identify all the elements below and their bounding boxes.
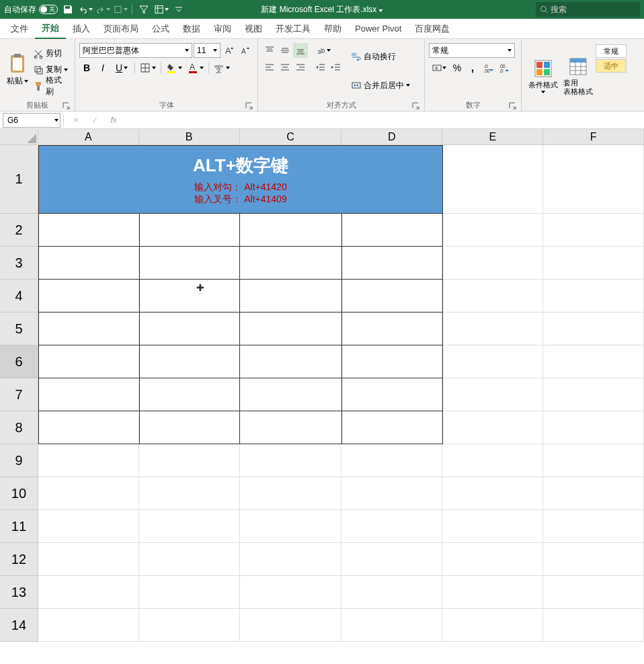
decrease-decimal-icon[interactable]: .00.0 [496,60,511,75]
decrease-font-icon[interactable]: A [238,43,253,58]
table-cell[interactable] [240,280,342,313]
wrap-text-button[interactable]: ab自动换行 [349,49,412,64]
cell[interactable] [139,477,240,510]
align-middle-icon[interactable] [278,43,292,58]
paste-button[interactable]: 粘贴 [4,40,31,99]
row-header[interactable]: 6 [0,345,38,378]
cell[interactable] [341,444,442,477]
table-cell[interactable] [240,378,342,411]
cell[interactable] [341,576,442,609]
conditional-format-button[interactable]: 条件格式 [526,40,561,111]
align-right-icon[interactable] [293,60,308,75]
table-cell[interactable] [342,214,443,247]
number-format-select[interactable]: 常规 [429,43,515,58]
autosave-toggle[interactable]: 自动保存 关 [4,4,58,15]
search-input[interactable] [551,5,636,14]
comma-button[interactable]: , [465,60,480,75]
table-cell[interactable] [342,247,443,280]
dialog-launcher-icon[interactable] [62,101,71,110]
row-header[interactable]: 4 [0,280,38,313]
table-cell[interactable] [342,378,443,411]
cell[interactable] [341,477,442,510]
align-bottom-icon[interactable] [293,43,308,58]
tab-dev[interactable]: 开发工具 [269,19,317,39]
table-cell[interactable] [240,247,342,280]
cell[interactable] [442,145,543,214]
cell[interactable] [543,378,644,411]
column-header[interactable]: C [240,129,342,145]
tab-layout[interactable]: 页面布局 [97,19,145,39]
table-cell[interactable] [342,345,443,378]
cell[interactable] [139,543,240,576]
cell[interactable] [442,477,543,510]
table-cell[interactable] [39,345,140,378]
bold-button[interactable]: B [79,60,94,75]
cell[interactable] [240,510,342,543]
decrease-indent-icon[interactable] [313,60,328,75]
row-header[interactable]: 2 [0,214,38,247]
row-header[interactable]: 5 [0,313,38,345]
cell[interactable] [543,609,644,642]
row-header[interactable]: 3 [0,247,38,280]
table-cell[interactable] [240,313,342,345]
cell[interactable] [240,609,342,642]
font-name-select[interactable]: 阿里巴巴普惠体 [79,43,192,58]
font-color-button[interactable]: A [186,60,206,75]
cell[interactable] [543,411,644,444]
tab-baidu[interactable]: 百度网盘 [408,19,456,39]
cell[interactable] [139,609,240,642]
table-cell[interactable] [39,378,140,411]
cell[interactable] [543,145,644,214]
fx-icon[interactable]: fx [104,113,123,128]
row-header[interactable]: 12 [0,543,38,576]
dialog-launcher-icon[interactable] [245,101,253,110]
column-header[interactable]: E [442,129,543,145]
cell[interactable] [38,609,139,642]
italic-button[interactable]: I [95,60,110,75]
cancel-formula-icon[interactable]: ✕ [67,113,85,128]
table-cell[interactable] [342,313,443,345]
table-cell[interactable] [140,280,241,313]
table-cell[interactable] [39,280,140,313]
table-cell[interactable] [140,313,241,345]
tab-power[interactable]: Power Pivot [348,19,408,39]
align-top-icon[interactable] [262,43,277,58]
table-cell[interactable] [240,345,342,378]
cell[interactable] [543,576,644,609]
tab-view[interactable]: 视图 [238,19,269,39]
row-header[interactable]: 7 [0,378,38,411]
save-icon[interactable] [61,2,75,17]
search-box[interactable] [536,2,640,17]
table-cell[interactable] [140,378,241,411]
cell[interactable] [240,444,342,477]
tab-formula[interactable]: 公式 [145,19,176,39]
fill-color-button[interactable] [164,60,184,75]
cell[interactable] [442,214,543,247]
row-header[interactable]: 13 [0,576,38,609]
percent-button[interactable]: % [450,60,465,75]
cell[interactable] [139,576,240,609]
merged-header-cell[interactable]: ALT+数字键输入对勾： Alt+41420输入叉号： Alt+41409 [38,145,443,214]
dialog-launcher-icon[interactable] [411,101,420,110]
row-header[interactable]: 8 [0,411,38,444]
column-header[interactable]: F [543,129,644,145]
row-header[interactable]: 14 [0,609,38,642]
cell[interactable] [240,543,342,576]
cell[interactable] [442,444,543,477]
row-header[interactable]: 11 [0,510,38,543]
name-box[interactable]: G6 [3,113,61,128]
cell[interactable] [442,510,543,543]
style-moderate[interactable]: 适中 [596,59,627,73]
table-cell[interactable] [39,247,140,280]
column-header[interactable]: A [38,129,139,145]
enter-formula-icon[interactable]: ✓ [85,113,104,128]
tab-home[interactable]: 开始 [35,19,66,39]
table-format-button[interactable]: 套用 表格格式 [561,40,596,111]
cell[interactable] [38,543,139,576]
table-cell[interactable] [140,247,241,280]
cell[interactable] [38,444,139,477]
cell[interactable] [442,247,543,280]
cell[interactable] [240,576,342,609]
increase-font-icon[interactable]: A [222,43,237,58]
orientation-button[interactable]: ab [313,43,333,58]
